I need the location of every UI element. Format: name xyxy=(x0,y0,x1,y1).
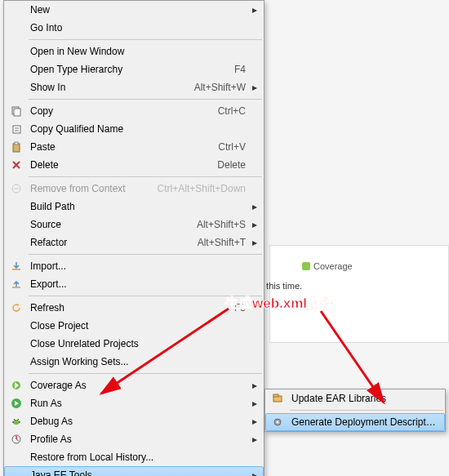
separator xyxy=(29,254,262,255)
svg-rect-23 xyxy=(273,394,278,397)
menu-open-new-window[interactable]: Open in New Window xyxy=(4,42,264,60)
menu-open-type-hierarchy[interactable]: Open Type Hierarchy F4 xyxy=(4,60,264,78)
svg-rect-1 xyxy=(14,109,20,116)
menu-go-into[interactable]: Go Into xyxy=(4,19,264,37)
menu-copy-qualified[interactable]: Copy Qualified Name xyxy=(4,120,264,138)
menu-label: Delete xyxy=(25,159,207,171)
status-message: t this time. xyxy=(261,281,302,291)
menu-label: Restore from Local History... xyxy=(25,452,246,463)
submenu-indicator-icon: ▸ xyxy=(246,219,257,230)
menu-export[interactable]: Export... xyxy=(4,275,264,293)
menu-label: Profile As xyxy=(25,434,246,445)
editor-panel xyxy=(269,245,449,343)
menu-shortcut: Alt+Shift+T xyxy=(188,237,246,248)
svg-line-18 xyxy=(14,419,16,420)
menu-close-project[interactable]: Close Project xyxy=(4,317,264,335)
menu-source[interactable]: Source Alt+Shift+S ▸ xyxy=(4,216,264,234)
menu-label: Refresh xyxy=(25,302,224,314)
menu-label: Java EE Tools xyxy=(25,469,246,476)
blank-icon xyxy=(7,60,25,78)
separator xyxy=(29,176,262,177)
menu-label: Copy xyxy=(25,105,208,117)
menu-java-ee-tools[interactable]: Java EE Tools ▸ xyxy=(4,466,264,476)
svg-line-19 xyxy=(17,419,19,420)
coverage-tab[interactable]: Coverage xyxy=(302,261,353,271)
java-ee-tools-submenu: Update EAR Libraries Generate Deployment… xyxy=(265,389,446,432)
menu-label: Run As xyxy=(25,398,246,409)
menu-shortcut: Delete xyxy=(207,159,246,171)
menu-import[interactable]: Import... xyxy=(4,257,264,275)
run-icon xyxy=(7,394,25,412)
blank-icon xyxy=(7,466,25,476)
svg-rect-11 xyxy=(12,269,20,270)
blank-icon xyxy=(7,234,25,251)
menu-refresh[interactable]: Refresh F5 xyxy=(4,299,264,317)
coverage-icon xyxy=(302,262,310,270)
context-menu: New ▸ Go Into Open in New Window Open Ty… xyxy=(3,0,265,476)
menu-profile-as[interactable]: Profile As ▸ xyxy=(4,430,264,448)
menu-build-path[interactable]: Build Path ▸ xyxy=(4,198,264,216)
menu-label: New xyxy=(25,4,246,16)
menu-label: Close Project xyxy=(25,320,246,331)
menu-paste[interactable]: Paste Ctrl+V xyxy=(4,138,264,156)
menu-label: Open in New Window xyxy=(25,46,246,57)
menu-refactor[interactable]: Refactor Alt+Shift+T ▸ xyxy=(4,234,264,251)
blank-icon xyxy=(7,317,25,335)
menu-label: Show In xyxy=(25,82,184,93)
menu-copy[interactable]: Copy Ctrl+C xyxy=(4,102,264,120)
debug-icon xyxy=(7,412,25,430)
ear-icon xyxy=(269,389,287,407)
profile-icon xyxy=(7,430,25,448)
menu-assign-ws[interactable]: Assign Working Sets... xyxy=(4,353,264,371)
menu-shortcut: Ctrl+V xyxy=(208,141,246,153)
separator xyxy=(29,39,262,40)
menu-coverage-as[interactable]: Coverage As ▸ xyxy=(4,376,264,394)
blank-icon xyxy=(7,335,25,353)
submenu-indicator-icon: ▸ xyxy=(246,4,257,16)
menu-delete[interactable]: Delete Delete xyxy=(4,156,264,174)
menu-restore-history[interactable]: Restore from Local History... xyxy=(4,448,264,466)
menu-close-unrelated[interactable]: Close Unrelated Projects xyxy=(4,335,264,353)
coverage-as-icon xyxy=(7,376,25,394)
menu-show-in[interactable]: Show In Alt+Shift+W ▸ xyxy=(4,78,264,96)
menu-label: Debug As xyxy=(25,416,246,427)
menu-label: Coverage As xyxy=(25,380,246,391)
menu-shortcut: Alt+Shift+W xyxy=(184,82,246,93)
submenu-indicator-icon: ▸ xyxy=(246,380,257,391)
menu-run-as[interactable]: Run As ▸ xyxy=(4,394,264,412)
import-icon xyxy=(7,257,25,275)
menu-label: Open Type Hierarchy xyxy=(25,64,224,75)
paste-icon xyxy=(7,138,25,156)
menu-label: Remove from Context xyxy=(25,183,148,194)
menu-label: Copy Qualified Name xyxy=(25,123,246,135)
delete-icon xyxy=(7,156,25,174)
svg-rect-12 xyxy=(12,287,20,288)
submenu-update-ear[interactable]: Update EAR Libraries xyxy=(265,389,445,407)
menu-label: Export... xyxy=(25,278,246,290)
menu-shortcut: Ctrl+Alt+Shift+Down xyxy=(148,183,246,194)
svg-point-25 xyxy=(277,421,279,424)
submenu-indicator-icon: ▸ xyxy=(246,434,257,445)
menu-remove-context: Remove from Context Ctrl+Alt+Shift+Down xyxy=(4,180,264,198)
menu-shortcut: Alt+Shift+S xyxy=(187,219,246,230)
menu-label: Source xyxy=(25,219,187,230)
blank-icon xyxy=(7,78,25,96)
submenu-indicator-icon: ▸ xyxy=(246,469,257,476)
menu-new[interactable]: New ▸ xyxy=(4,1,264,19)
submenu-indicator-icon: ▸ xyxy=(246,237,257,248)
blank-icon xyxy=(7,198,25,216)
menu-label: Refactor xyxy=(25,237,188,248)
menu-debug-as[interactable]: Debug As ▸ xyxy=(4,412,264,430)
export-icon xyxy=(7,275,25,293)
submenu-generate-dd[interactable]: Generate Deployment Descriptor Stub xyxy=(265,413,445,431)
menu-label: Close Unrelated Projects xyxy=(25,338,246,349)
menu-label: Update EAR Libraries xyxy=(287,393,438,404)
separator xyxy=(29,373,262,374)
separator xyxy=(29,296,262,296)
remove-context-icon xyxy=(7,180,25,198)
svg-rect-6 xyxy=(15,142,18,145)
menu-label: Generate Deployment Descriptor Stub xyxy=(287,416,438,428)
blank-icon xyxy=(7,42,25,60)
menu-shortcut: F4 xyxy=(224,64,246,75)
submenu-indicator-icon: ▸ xyxy=(246,416,257,427)
